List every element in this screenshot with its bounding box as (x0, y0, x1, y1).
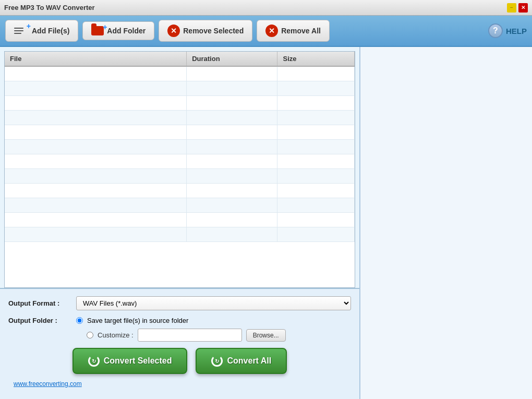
table-row[interactable] (5, 198, 355, 212)
settings-panel: Output Format : WAV Files (*.wav) MP3 Fi… (0, 288, 359, 399)
remove-selected-icon (167, 25, 180, 37)
output-folder-label: Output Folder : (8, 317, 76, 324)
custom-path-input[interactable] (138, 329, 242, 342)
title-bar-left: Free MP3 To WAV Converter (4, 4, 95, 11)
table-row[interactable] (5, 110, 355, 125)
remove-all-icon (265, 25, 278, 37)
customize-radio[interactable] (87, 332, 93, 338)
table-row[interactable] (5, 212, 355, 227)
output-format-row: Output Format : WAV Files (*.wav) MP3 Fi… (8, 296, 351, 310)
help-icon: ? (488, 23, 503, 38)
column-header-duration: Duration (187, 52, 277, 66)
remove-selected-label: Remove Selected (183, 27, 244, 35)
add-folder-icon: + (91, 26, 104, 35)
table-row[interactable] (5, 154, 355, 168)
minimize-button[interactable]: − (507, 3, 516, 13)
convert-all-icon: ↻ (211, 355, 223, 367)
convert-selected-icon: ↻ (88, 355, 100, 367)
output-folder-options: Save target file(s) in source folder Cus… (76, 317, 286, 342)
footer-link: www.freeconverting.com (8, 378, 351, 392)
save-source-radio[interactable] (76, 317, 83, 324)
table-row[interactable] (5, 227, 355, 241)
table-header-row: File Duration Size (5, 52, 355, 66)
remove-all-label: Remove All (281, 27, 321, 35)
convert-all-button[interactable]: ↻ Convert All (196, 348, 287, 374)
output-format-label: Output Format : (8, 299, 76, 307)
add-folder-button[interactable]: + Add Folder (82, 21, 154, 40)
help-label: HELP (506, 27, 527, 35)
add-file-icon: + (14, 25, 29, 37)
add-folder-label: Add Folder (107, 27, 146, 35)
toolbar: + Add File(s) + Add Folder Remove Select… (0, 16, 532, 47)
convert-selected-button[interactable]: ↻ Convert Selected (72, 348, 188, 374)
table-row[interactable] (5, 95, 355, 110)
help-button[interactable]: ? HELP (488, 23, 527, 38)
output-format-select[interactable]: WAV Files (*.wav) MP3 Files (*.mp3) OGG … (76, 296, 351, 310)
file-table-container: File Duration Size (4, 51, 355, 288)
main-content: File Duration Size (0, 47, 532, 399)
remove-selected-button[interactable]: Remove Selected (159, 20, 252, 42)
column-header-size: Size (277, 52, 355, 66)
table-row[interactable] (5, 81, 355, 95)
website-link[interactable]: www.freeconverting.com (14, 380, 82, 388)
convert-all-label: Convert All (227, 356, 271, 366)
table-row[interactable] (5, 125, 355, 139)
table-row[interactable] (5, 183, 355, 198)
right-panel (360, 47, 532, 399)
table-row[interactable] (5, 139, 355, 154)
add-files-label: Add File(s) (32, 27, 69, 35)
browse-button[interactable]: Browse... (246, 329, 286, 342)
title-bar: Free MP3 To WAV Converter − ✕ (0, 0, 532, 16)
table-row[interactable] (5, 168, 355, 183)
output-folder-row: Output Folder : Save target file(s) in s… (8, 317, 351, 342)
save-source-radio-row: Save target file(s) in source folder (76, 317, 286, 324)
title-bar-controls: − ✕ (507, 3, 528, 13)
add-files-button[interactable]: + Add File(s) (5, 20, 78, 42)
convert-selected-label: Convert Selected (104, 356, 172, 366)
column-header-file: File (5, 52, 187, 66)
customize-label: Customize : (98, 331, 134, 339)
save-source-label: Save target file(s) in source folder (87, 317, 188, 324)
customize-path-row: Customize : Browse... (87, 329, 286, 342)
convert-buttons-row: ↻ Convert Selected ↻ Convert All (8, 348, 351, 378)
app-title: Free MP3 To WAV Converter (4, 4, 95, 11)
close-button[interactable]: ✕ (518, 3, 528, 13)
table-row[interactable] (5, 66, 355, 81)
file-table: File Duration Size (5, 52, 355, 242)
left-panel: File Duration Size (0, 47, 360, 399)
remove-all-button[interactable]: Remove All (257, 20, 330, 42)
